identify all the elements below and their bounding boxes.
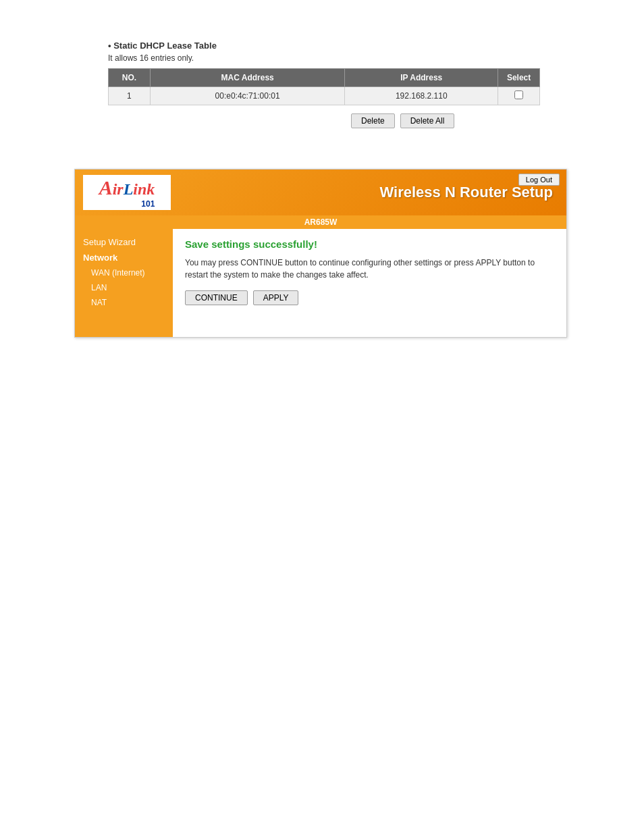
continue-button[interactable]: CONTINUE: [185, 290, 248, 305]
section-title: Static DHCP Lease Table: [108, 41, 644, 51]
col-select: Select: [498, 69, 540, 87]
top-section: Static DHCP Lease Table It allows 16 ent…: [0, 0, 644, 155]
logo-101: 101: [99, 199, 155, 209]
sidebar-item-network[interactable]: Network: [75, 250, 173, 265]
logo: AirLink 101: [99, 176, 155, 209]
logout-button[interactable]: Log Out: [518, 174, 560, 186]
success-desc: You may press CONTINUE button to continu…: [185, 257, 536, 281]
router-title: Wireless N Router Setup: [171, 184, 558, 201]
dhcp-table: NO. MAC Address IP Address Select 1 00:e…: [108, 68, 540, 105]
row-mac: 00:e0:4c:71:00:01: [150, 87, 345, 105]
model-bar: AR685W: [75, 215, 566, 229]
delete-button[interactable]: Delete: [351, 113, 395, 128]
row-ip: 192.168.2.110: [345, 87, 498, 105]
router-header: Log Out AirLink 101 Wireless N Router Se…: [75, 170, 566, 215]
router-panel: Log Out AirLink 101 Wireless N Router Se…: [74, 169, 567, 338]
main-buttons: CONTINUE APPLY: [185, 290, 554, 305]
sidebar-item-lan[interactable]: LAN: [75, 280, 173, 295]
success-title: Save settings successfully!: [185, 238, 554, 250]
table-actions: Delete Delete All: [108, 113, 644, 128]
router-sidebar: Setup Wizard Network WAN (Internet) LAN …: [75, 229, 173, 337]
router-body: Setup Wizard Network WAN (Internet) LAN …: [75, 229, 566, 337]
sidebar-item-wan[interactable]: WAN (Internet): [75, 265, 173, 280]
sidebar-item-setup-wizard[interactable]: Setup Wizard: [75, 234, 173, 250]
col-mac: MAC Address: [150, 69, 345, 87]
row-no: 1: [109, 87, 151, 105]
row-select[interactable]: [498, 87, 540, 105]
router-main: Save settings successfully! You may pres…: [173, 229, 566, 337]
sidebar-item-nat[interactable]: NAT: [75, 295, 173, 310]
delete-all-button[interactable]: Delete All: [400, 113, 455, 128]
col-no: NO.: [109, 69, 151, 87]
section-subtitle: It allows 16 entries only.: [108, 53, 644, 63]
table-row: 1 00:e0:4c:71:00:01 192.168.2.110: [109, 87, 540, 105]
apply-button[interactable]: APPLY: [253, 290, 299, 305]
select-checkbox[interactable]: [514, 90, 523, 99]
logo-area: AirLink 101: [83, 175, 171, 210]
col-ip: IP Address: [345, 69, 498, 87]
